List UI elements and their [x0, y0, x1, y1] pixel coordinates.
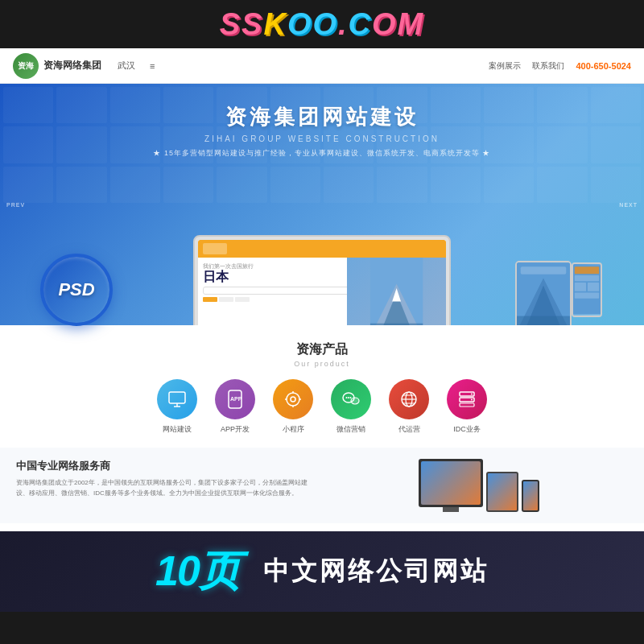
watermark-dot: . — [338, 7, 349, 41]
product-item-app[interactable]: APP APP开发 — [215, 379, 255, 435]
idc-icon — [457, 390, 477, 409]
wechat-icon — [341, 391, 361, 407]
grid-cell — [537, 167, 587, 203]
phone-screen-svg — [573, 264, 601, 316]
watermark-c: C — [349, 7, 372, 41]
product-label-app: APP开发 — [221, 424, 250, 435]
svg-rect-11 — [575, 266, 599, 274]
laptop-btn3 — [235, 297, 250, 302]
svg-point-29 — [346, 397, 348, 398]
svg-rect-8 — [517, 316, 570, 325]
laptop-screen: 我们第一次去国旅行 日本 — [198, 240, 446, 325]
gear-icon — [283, 390, 303, 409]
svg-point-22 — [291, 397, 295, 402]
nav-right: 案例展示 联系我们 400-650-5024 — [489, 60, 631, 72]
nav-phone: 400-650-5024 — [576, 61, 631, 71]
product-item-website[interactable]: 网站建设 — [157, 379, 197, 435]
service-desc: 资海网络集团成立于2002年，是中国领先的互联网络服务公司，集团下设多家子公司，… — [16, 478, 314, 499]
phone2-screen — [523, 481, 538, 510]
grid-cell — [270, 167, 320, 203]
grid-cell — [324, 167, 374, 203]
nav-link-wuhan[interactable]: 武汉 — [118, 60, 135, 72]
hero-tablet — [515, 261, 572, 325]
nav-contact-label[interactable]: 联系我们 — [532, 60, 564, 72]
hero-title-sub: ZIHAI GROUP WEBSITE CONSTRUCTION — [204, 134, 440, 143]
nav-link-menu[interactable]: ≡ — [150, 61, 155, 71]
product-icon-website — [157, 379, 197, 419]
hero-dot-3[interactable] — [320, 296, 324, 301]
svg-rect-9 — [521, 266, 567, 274]
grid-cell — [537, 87, 587, 123]
laptop-nav-logo — [203, 243, 227, 254]
hero-title-main: 资海集团网站建设 — [204, 103, 440, 131]
svg-point-30 — [348, 397, 349, 398]
product-label-wechat: 微信营销 — [336, 424, 365, 435]
product-label-miniapp: 小程序 — [283, 424, 304, 435]
product-icon-miniapp — [273, 379, 313, 419]
product-item-ops[interactable]: 代运营 — [389, 379, 429, 435]
service-text: 中国专业网络服务商 资海网络集团成立于2002年，是中国领先的互联网络服务公司，… — [16, 459, 314, 499]
svg-rect-16 — [169, 392, 185, 403]
grid-cell — [56, 167, 106, 203]
device-monitor — [419, 459, 483, 512]
psd-circle: PSD — [40, 254, 113, 326]
bottom-bar: 10页 中文网络公司网站 — [0, 531, 644, 612]
svg-rect-12 — [575, 275, 599, 281]
psd-badge: PSD — [40, 254, 113, 326]
svg-point-21 — [287, 393, 299, 406]
grid-cell — [163, 167, 213, 203]
logo-icon: 资海 — [13, 53, 39, 79]
grid-cell — [217, 167, 266, 203]
hero-desc: ★ 15年多营销型网站建设与推广经验，专业从事网站建设、微信系统开发、电商系统开… — [153, 148, 490, 159]
product-item-miniapp[interactable]: 小程序 — [273, 379, 313, 435]
laptop-hero-img — [347, 258, 446, 325]
grid-cell — [484, 87, 534, 123]
watermark-o1: O — [287, 7, 313, 41]
globe-icon — [399, 390, 419, 409]
nav-search-label[interactable]: 案例展示 — [489, 60, 521, 72]
nav-links: 武汉 ≡ — [118, 60, 155, 72]
svg-rect-41 — [460, 403, 474, 407]
hero-phone — [572, 262, 602, 317]
hero-prev[interactable]: PREV — [6, 202, 25, 208]
product-item-wechat[interactable]: 微信营销 — [331, 379, 371, 435]
hero-dot-5[interactable] — [337, 296, 342, 301]
grid-cell — [3, 167, 53, 203]
hero-dot-4[interactable] — [328, 296, 333, 301]
monitor-screen — [421, 461, 481, 505]
monitor-stand — [443, 507, 459, 512]
product-icon-wechat — [331, 379, 371, 419]
products-section: 资海产品 Our product 网站建设 APP — [0, 325, 644, 448]
svg-point-28 — [351, 398, 359, 404]
tablet-screen-svg — [517, 262, 570, 325]
product-item-idc[interactable]: IDC业务 — [447, 379, 487, 435]
product-icon-ops — [389, 379, 429, 419]
hero-dot-1[interactable] — [302, 296, 307, 301]
laptop-btn1 — [203, 297, 217, 302]
laptop-btn2 — [219, 297, 233, 302]
grid-cell — [484, 167, 534, 203]
svg-text:APP: APP — [230, 396, 242, 402]
psd-text: PSD — [58, 279, 94, 300]
svg-point-40 — [471, 399, 473, 401]
svg-rect-13 — [575, 283, 586, 291]
preview-container: 资海 资海网络集团 武汉 ≡ 案例展示 联系我们 400-650-5024 — [0, 48, 644, 531]
monitor-icon — [167, 390, 187, 409]
grid-cell — [3, 87, 53, 123]
tablet-screen — [517, 262, 570, 325]
grid-cell — [56, 87, 106, 123]
bottom-pages: 10页 — [155, 543, 239, 600]
watermark-text: SSKOO.COM — [220, 7, 425, 42]
mock-phone2 — [522, 480, 539, 512]
hero-next[interactable]: NEXT — [619, 202, 638, 208]
svg-point-39 — [471, 394, 473, 395]
tablet2-screen — [488, 473, 517, 510]
hero-dot-2[interactable] — [311, 296, 316, 301]
product-icon-idc — [447, 379, 487, 419]
watermark-ss: SS — [220, 7, 264, 41]
logo-text: 资海网络集团 — [43, 59, 101, 72]
watermark-o2: O — [312, 7, 338, 41]
watermark-om: OM — [372, 7, 424, 41]
grid-cell — [537, 126, 587, 163]
grid-cell — [431, 167, 481, 203]
